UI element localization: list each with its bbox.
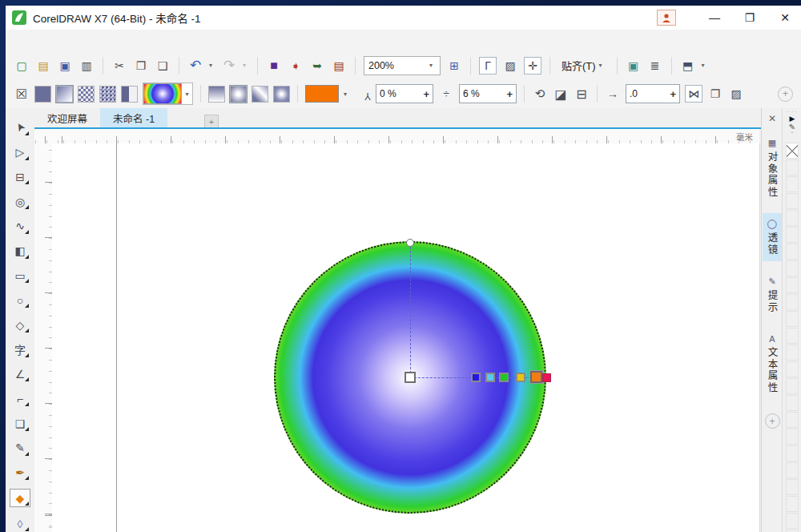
- gradient-stop-green[interactable]: [499, 373, 509, 382]
- tool-button[interactable]: ▷: [10, 144, 30, 161]
- zoom-level-combobox[interactable]: 200% ▾: [364, 56, 441, 75]
- docker-tab[interactable]: ✎ 提示: [763, 271, 782, 319]
- fill-center-handle[interactable]: [405, 372, 416, 383]
- node-position-field[interactable]: 6 % +: [459, 84, 517, 103]
- tool-button[interactable]: ✎: [10, 440, 30, 457]
- stepper-icon[interactable]: +: [423, 88, 429, 100]
- cut-icon[interactable]: ✂: [111, 58, 127, 74]
- fill-edge-handle[interactable]: [406, 239, 414, 247]
- fill-rotation-field[interactable]: .0 +: [626, 84, 680, 103]
- document-tab[interactable]: 欢迎屏幕: [34, 108, 100, 127]
- node-color-caret-icon[interactable]: ▾: [344, 91, 350, 98]
- user-account-icon[interactable]: [657, 10, 676, 26]
- snap-to-dropdown[interactable]: 贴齐(T) ▾: [558, 58, 609, 73]
- tool-button[interactable]: ⌐: [10, 390, 30, 407]
- arrange-transition-icon[interactable]: ⊟: [574, 86, 590, 102]
- tool-button[interactable]: ❏: [10, 415, 30, 432]
- toolbars-icon[interactable]: ⬒: [680, 58, 696, 74]
- tool-button[interactable]: ▭: [10, 268, 30, 284]
- quick-customize-button[interactable]: +: [778, 87, 793, 102]
- gradient-stop-orange-selected[interactable]: [530, 371, 542, 383]
- color-swatch[interactable]: [786, 143, 799, 159]
- snap-icon[interactable]: ✛: [524, 57, 541, 75]
- fountain-fill-button[interactable]: [56, 86, 73, 103]
- undo-caret-icon[interactable]: ▾: [209, 62, 215, 69]
- color-swatch[interactable]: [786, 311, 799, 327]
- palette-scroll-up-icon[interactable]: ˆ: [783, 132, 801, 140]
- color-swatch[interactable]: [786, 513, 799, 529]
- color-swatch[interactable]: [786, 294, 799, 310]
- tool-button[interactable]: ✒: [10, 465, 30, 482]
- tool-button[interactable]: ○: [10, 292, 30, 308]
- fill-picker-dropdown[interactable]: ▾: [143, 83, 193, 105]
- tool-button[interactable]: ◊: [10, 515, 30, 532]
- tool-button[interactable]: ◇: [10, 316, 30, 333]
- options-icon[interactable]: ≣: [647, 58, 663, 74]
- color-swatch[interactable]: [786, 260, 799, 276]
- color-swatch[interactable]: [786, 361, 799, 377]
- maximize-button[interactable]: ❐: [742, 11, 758, 24]
- docker-tab[interactable]: ▦ 对象属性: [763, 132, 782, 204]
- fill-preview-swatch[interactable]: [143, 83, 182, 104]
- gradient-stop-blue[interactable]: [471, 373, 481, 382]
- color-swatch[interactable]: [786, 412, 799, 428]
- no-fill-icon[interactable]: ☒: [14, 86, 30, 102]
- show-grid-icon[interactable]: ▨: [502, 58, 518, 74]
- color-swatch[interactable]: [786, 159, 799, 175]
- rectangular-fountain-button[interactable]: [273, 86, 290, 103]
- color-swatch[interactable]: [786, 244, 799, 260]
- stepper-icon[interactable]: +: [670, 88, 676, 100]
- color-swatch[interactable]: [786, 193, 799, 209]
- color-swatch[interactable]: [786, 227, 799, 243]
- tool-button[interactable]: ◧: [10, 243, 30, 260]
- postscript-fill-button[interactable]: [121, 86, 138, 103]
- open-icon[interactable]: ▤: [35, 58, 51, 74]
- color-swatch[interactable]: [786, 345, 799, 361]
- fill-picker-caret-icon[interactable]: ▾: [182, 91, 192, 98]
- docker-tab[interactable]: ◯ 透镜: [763, 213, 782, 261]
- color-swatch[interactable]: [786, 479, 799, 495]
- welcome-screen-icon[interactable]: ▣: [626, 58, 642, 74]
- export-icon[interactable]: ➥: [309, 58, 325, 74]
- palette-flyout-icon[interactable]: ▶: [783, 115, 801, 123]
- gradient-stop-end[interactable]: [542, 373, 551, 382]
- tool-button[interactable]: ∠: [10, 366, 30, 383]
- stepper-icon[interactable]: +: [506, 88, 513, 100]
- free-scale-skew-icon[interactable]: ⋈: [685, 85, 702, 103]
- publish-pdf-icon[interactable]: ▤: [331, 58, 347, 74]
- reverse-fill-icon[interactable]: ⟲: [532, 86, 548, 102]
- color-swatch[interactable]: [786, 277, 799, 293]
- color-swatch[interactable]: [786, 395, 799, 411]
- import-icon[interactable]: ➧: [288, 58, 304, 74]
- color-swatch[interactable]: [786, 429, 799, 445]
- tool-button[interactable]: ⊟: [10, 169, 30, 186]
- node-transparency-field[interactable]: 0 % +: [376, 84, 433, 103]
- copy-icon[interactable]: ❐: [133, 58, 149, 74]
- drawing-canvas[interactable]: [52, 143, 760, 532]
- uniform-fill-button[interactable]: [34, 86, 51, 103]
- save-icon[interactable]: ▣: [57, 58, 73, 74]
- conical-fountain-button[interactable]: [252, 86, 268, 103]
- tool-button[interactable]: 字: [10, 341, 30, 358]
- pattern-fill-button[interactable]: [78, 86, 95, 103]
- redo-caret-icon[interactable]: ▾: [243, 62, 249, 69]
- color-swatch[interactable]: [786, 378, 799, 394]
- tool-button[interactable]: ∿: [10, 218, 30, 235]
- color-swatch[interactable]: [786, 462, 799, 478]
- linear-fountain-button[interactable]: [208, 86, 225, 103]
- toolbars-caret-icon[interactable]: ▾: [702, 62, 708, 69]
- color-swatch[interactable]: [786, 496, 799, 512]
- redo-icon[interactable]: ↷: [221, 58, 237, 74]
- document-tab[interactable]: 未命名 -1: [100, 108, 167, 127]
- node-color-well[interactable]: [305, 85, 339, 103]
- search-content-icon[interactable]: ■: [266, 58, 282, 74]
- close-button[interactable]: ✕: [777, 11, 793, 24]
- texture-fill-button[interactable]: [99, 86, 116, 103]
- print-icon[interactable]: ▥: [78, 58, 95, 74]
- copy-fill-icon[interactable]: ❐: [707, 86, 723, 102]
- color-swatch[interactable]: [786, 210, 799, 226]
- edit-fill-icon[interactable]: ▨: [728, 86, 744, 102]
- minimize-button[interactable]: —: [706, 11, 723, 24]
- combo-caret-icon[interactable]: ▾: [429, 62, 436, 69]
- color-swatch[interactable]: [786, 176, 799, 192]
